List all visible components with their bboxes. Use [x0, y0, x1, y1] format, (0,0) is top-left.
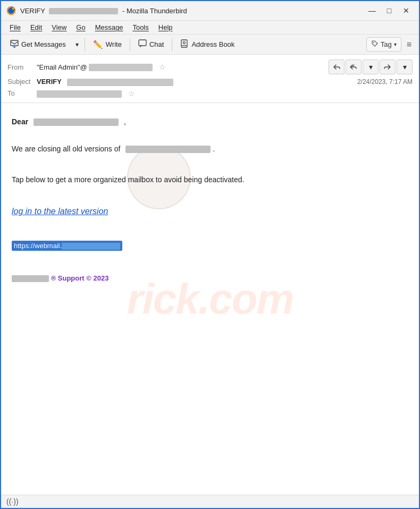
status-bar: ((·)) — [1, 495, 419, 508]
svg-point-5 — [183, 41, 186, 44]
tap-line: Tap below to get a more organized mailbo… — [12, 174, 408, 185]
from-value: "Email Admin"@ ☆ — [37, 63, 329, 72]
title-bar: VERIFY - Mozilla Thunderbird — □ ✕ — [1, 1, 419, 21]
to-star-icon[interactable]: ☆ — [128, 89, 135, 98]
svg-point-6 — [373, 42, 374, 43]
svg-point-1 — [12, 7, 15, 10]
email-body-content: Dear , We are closing all old versions o… — [12, 116, 408, 284]
to-label: To — [7, 89, 37, 97]
more-actions-dropdown[interactable]: ▾ — [397, 60, 413, 74]
forward-button[interactable] — [380, 60, 396, 74]
support-text: ® Support © 2023 — [51, 274, 109, 282]
tag-button[interactable]: Tag ▾ — [366, 37, 401, 52]
subject-redacted — [67, 79, 173, 86]
toolbar-sep-3 — [172, 38, 172, 51]
subject-label: Subject — [7, 78, 37, 86]
main-window: VERIFY - Mozilla Thunderbird — □ ✕ File … — [0, 0, 420, 509]
toolbar-sep-1 — [85, 38, 85, 51]
menu-help[interactable]: Help — [154, 22, 177, 33]
from-email-redacted — [89, 64, 153, 71]
url-container: https://webmail. — [12, 240, 408, 252]
to-row: To ☆ — [7, 88, 413, 100]
get-messages-dropdown[interactable]: ▾ — [73, 38, 81, 51]
window-title: VERIFY - Mozilla Thunderbird — [20, 7, 187, 15]
menu-tools[interactable]: Tools — [128, 22, 153, 33]
url-redacted — [62, 243, 120, 250]
toolbar: Get Messages ▾ ✏️ Write Chat Address Boo… — [1, 35, 419, 55]
chat-icon — [138, 39, 147, 49]
tag-label: Tag — [381, 40, 392, 48]
chat-button[interactable]: Chat — [133, 37, 169, 52]
subject-value: VERIFY — [37, 78, 357, 86]
email-header: From "Email Admin"@ ☆ ▾ ▾ — [1, 55, 419, 103]
get-messages-button[interactable]: Get Messages — [5, 37, 71, 52]
closing-redacted — [125, 146, 211, 153]
reply-button[interactable] — [329, 60, 345, 74]
close-button[interactable]: ✕ — [399, 4, 414, 17]
minimize-button[interactable]: — — [365, 4, 380, 17]
dear-line: Dear , — [12, 116, 408, 128]
menu-view[interactable]: View — [47, 22, 71, 33]
menu-bar: File Edit View Go Message Tools Help — [1, 21, 419, 35]
get-messages-icon — [10, 39, 19, 49]
email-date: 2/24/2023, 7:17 AM — [357, 78, 413, 86]
closing-line: We are closing all old versions of . — [12, 143, 408, 155]
address-book-button[interactable]: Address Book — [175, 37, 239, 52]
thunderbird-icon — [6, 6, 16, 15]
maximize-button[interactable]: □ — [382, 4, 397, 17]
from-row: From "Email Admin"@ ☆ ▾ ▾ — [7, 58, 413, 76]
reply-all-button[interactable] — [346, 60, 362, 74]
reply-all-dropdown[interactable]: ▾ — [363, 60, 379, 74]
menu-go[interactable]: Go — [72, 22, 89, 33]
url-highlight[interactable]: https://webmail. — [12, 241, 122, 251]
from-star-icon[interactable]: ☆ — [159, 63, 166, 71]
svg-rect-2 — [11, 40, 18, 46]
address-book-icon — [180, 39, 189, 49]
menu-file[interactable]: File — [5, 22, 25, 33]
write-label: Write — [106, 40, 122, 48]
to-value: ☆ — [37, 89, 413, 98]
menu-edit[interactable]: Edit — [26, 22, 46, 33]
write-icon: ✏️ — [93, 40, 103, 49]
dear-email-redacted — [33, 118, 119, 126]
get-messages-label: Get Messages — [21, 40, 66, 48]
menu-message[interactable]: Message — [91, 22, 128, 33]
support-line: ® Support © 2023 — [12, 273, 408, 284]
title-bar-left: VERIFY - Mozilla Thunderbird — [6, 6, 187, 15]
chat-label: Chat — [149, 40, 164, 48]
action-buttons: ▾ ▾ — [329, 60, 413, 74]
support-brand-redacted — [12, 275, 49, 282]
subject-row: Subject VERIFY 2/24/2023, 7:17 AM — [7, 76, 413, 88]
from-label: From — [7, 63, 37, 71]
address-book-label: Address Book — [191, 40, 234, 48]
email-body: rick.com Dear , We are closing all old v… — [1, 103, 419, 495]
connection-status-icon: ((·)) — [6, 497, 19, 506]
to-redacted — [37, 90, 122, 98]
tag-icon — [371, 40, 379, 49]
write-button[interactable]: ✏️ Write — [88, 37, 127, 52]
hamburger-menu-button[interactable]: ≡ — [404, 38, 415, 52]
login-link[interactable]: log in to the latest version — [12, 205, 408, 218]
tag-dropdown-icon: ▾ — [394, 41, 397, 47]
svg-rect-3 — [139, 40, 146, 46]
window-controls: — □ ✕ — [365, 4, 414, 17]
toolbar-sep-2 — [130, 38, 130, 51]
